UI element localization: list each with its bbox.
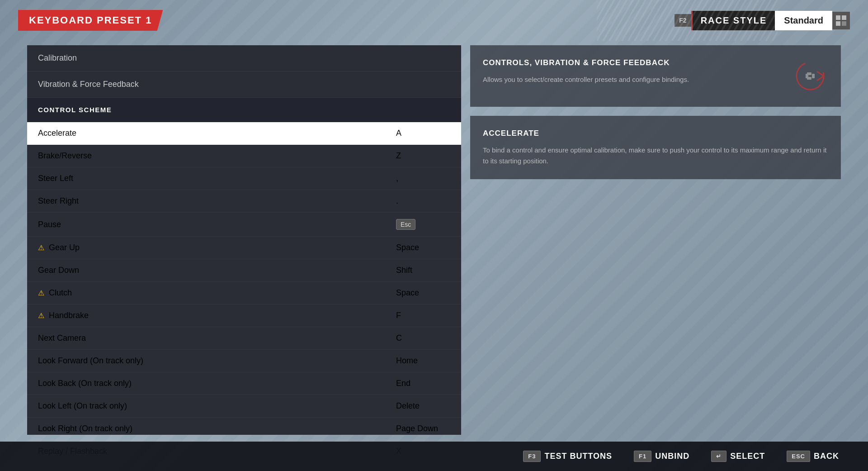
binding-row[interactable]: Gear DownShift [27, 259, 461, 282]
binding-name: ⚠Gear Up [38, 243, 396, 252]
binding-name: Look Left (On track only) [38, 401, 396, 411]
grid-cell [842, 21, 846, 26]
binding-key: C [396, 333, 450, 343]
binding-name: Accelerate [38, 128, 396, 138]
binding-key: F [396, 311, 450, 320]
binding-row[interactable]: ⚠Gear UpSpace [27, 237, 461, 259]
info-body-controls: Allows you to select/create controller p… [483, 74, 783, 85]
svg-rect-3 [807, 72, 811, 75]
calibration-item[interactable]: Calibration [27, 45, 461, 71]
preset-label: KEYBOARD PRESET 1 [18, 10, 163, 31]
controller-icon [792, 58, 828, 94]
binding-name: Look Forward (On track only) [38, 356, 396, 366]
info-card-controls: CONTROLS, VIBRATION & FORCE FEEDBACK All… [470, 45, 841, 107]
info-title-controls: CONTROLS, VIBRATION & FORCE FEEDBACK [483, 58, 783, 68]
binding-row[interactable]: ⚠ClutchSpace [27, 282, 461, 304]
deco-lines [597, 0, 778, 41]
binding-name: Look Back (On track only) [38, 379, 396, 388]
info-title-accelerate: ACCELERATE [483, 128, 828, 138]
binding-row[interactable]: Steer Right. [27, 190, 461, 213]
bottom-bar: F3TEST BUTTONSF1UNBIND↵SELECTEscBACK [0, 442, 868, 471]
action-key-badge: F3 [523, 451, 541, 462]
binding-row[interactable]: AccelerateA [27, 122, 461, 145]
binding-row[interactable]: ⚠HandbrakeF [27, 304, 461, 327]
binding-name: Next Camera [38, 333, 396, 343]
binding-row[interactable]: PauseEsc [27, 213, 461, 237]
grid-cell [842, 15, 846, 20]
binding-name: Steer Left [38, 174, 396, 183]
action-label: UNBIND [655, 452, 689, 461]
binding-name: Pause [38, 220, 396, 229]
key-badge: Esc [396, 219, 415, 230]
main-content: Calibration Vibration & Force Feedback C… [27, 45, 841, 435]
action-label: BACK [814, 452, 839, 461]
binding-key: Page Down [396, 424, 450, 433]
controller-icon-area [792, 58, 828, 94]
grid-icons[interactable] [832, 12, 850, 29]
bottom-action-back[interactable]: EscBACK [776, 442, 850, 471]
right-panel: CONTROLS, VIBRATION & FORCE FEEDBACK All… [470, 45, 841, 435]
binding-key: Z [396, 151, 450, 161]
binding-key: Esc [396, 219, 450, 230]
action-key-badge: Esc [787, 451, 810, 462]
binding-key: Delete [396, 401, 450, 411]
svg-rect-4 [807, 77, 811, 80]
svg-point-0 [797, 62, 824, 90]
binding-name: Gear Down [38, 266, 396, 275]
warning-icon: ⚠ [38, 243, 44, 252]
race-style-value: Standard [775, 11, 832, 30]
action-label: TEST BUTTONS [544, 452, 612, 461]
vibration-item[interactable]: Vibration & Force Feedback [27, 71, 461, 98]
warning-icon: ⚠ [38, 289, 44, 297]
binding-name: Look Right (On track only) [38, 424, 396, 433]
binding-key: Space [396, 288, 450, 298]
info-body-accelerate: To bind a control and ensure optimal cal… [483, 145, 828, 167]
svg-rect-2 [812, 74, 815, 78]
binding-key: , [396, 174, 450, 183]
info-card-accelerate: ACCELERATE To bind a control and ensure … [470, 116, 841, 179]
left-panel: Calibration Vibration & Force Feedback C… [27, 45, 461, 435]
binding-name: Steer Right [38, 196, 396, 206]
binding-row[interactable]: Look Left (On track only)Delete [27, 395, 461, 418]
bindings-list: AccelerateABrake/ReverseZSteer Left,Stee… [27, 122, 461, 463]
binding-name: ⚠Handbrake [38, 311, 396, 320]
binding-key: Home [396, 356, 450, 366]
binding-row[interactable]: Look Right (On track only)Page Down [27, 418, 461, 440]
binding-name: Brake/Reverse [38, 151, 396, 161]
action-label: SELECT [730, 452, 765, 461]
bottom-action-test-buttons[interactable]: F3TEST BUTTONS [512, 442, 623, 471]
action-key-badge: ↵ [711, 451, 726, 462]
binding-name: ⚠Clutch [38, 288, 396, 298]
bottom-actions: F3TEST BUTTONSF1UNBIND↵SELECTEscBACK [512, 442, 850, 471]
binding-row[interactable]: Next CameraC [27, 327, 461, 350]
binding-row[interactable]: Brake/ReverseZ [27, 145, 461, 167]
grid-cell [836, 15, 840, 20]
action-key-badge: F1 [634, 451, 651, 462]
binding-row[interactable]: Steer Left, [27, 167, 461, 190]
binding-key: A [396, 128, 450, 138]
info-card-inner: CONTROLS, VIBRATION & FORCE FEEDBACK All… [483, 58, 828, 94]
binding-key: . [396, 196, 450, 206]
binding-key: End [396, 379, 450, 388]
bottom-action-unbind[interactable]: F1UNBIND [623, 442, 700, 471]
grid-cell [836, 21, 840, 26]
binding-row[interactable]: Look Forward (On track only)Home [27, 350, 461, 372]
top-bar: KEYBOARD PRESET 1 F2 RACE STYLE Standard [0, 0, 868, 41]
binding-key: Shift [396, 266, 450, 275]
binding-key: Space [396, 243, 450, 252]
binding-row[interactable]: Look Back (On track only)End [27, 372, 461, 395]
control-scheme-header: CONTROL SCHEME [27, 98, 461, 122]
bottom-action-select[interactable]: ↵SELECT [700, 442, 776, 471]
warning-icon: ⚠ [38, 311, 44, 320]
